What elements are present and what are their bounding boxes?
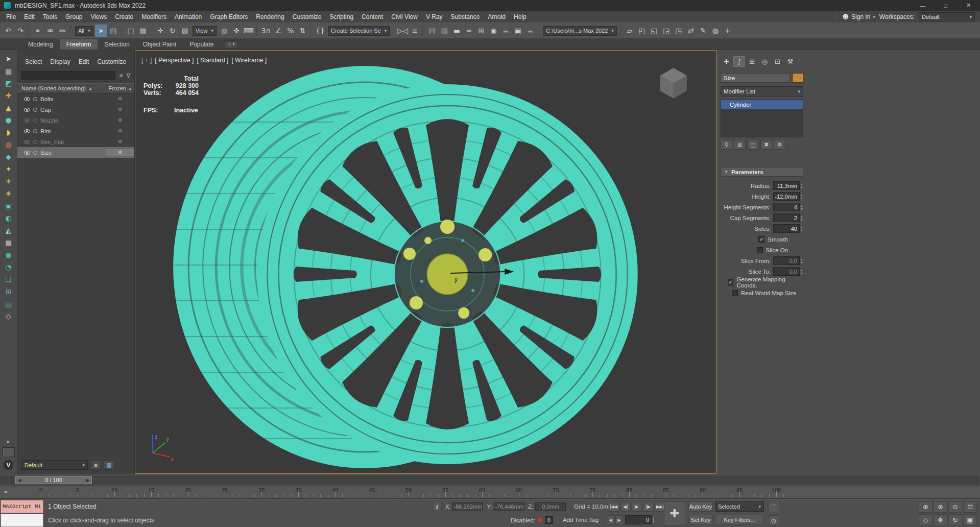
time-slider-handle[interactable]: ◀ 0 / 100 ▶ <box>15 476 92 484</box>
smooth-checkbox[interactable] <box>758 236 764 243</box>
tab-create[interactable]: ✚ <box>721 56 732 67</box>
previous-key-icon[interactable]: ◀ <box>607 515 614 524</box>
scene-object-row-size[interactable]: Size ❄ <box>17 147 134 158</box>
slice-on-checkbox[interactable] <box>757 247 763 253</box>
next-key-icon[interactable]: ▶ <box>615 515 623 524</box>
frozen-toggle-icon[interactable]: ❄ <box>106 128 134 134</box>
time-slider-track[interactable] <box>1 476 979 484</box>
spinner-snap-toggle-icon[interactable]: ⇅ <box>297 25 309 37</box>
left-toolbar-icon[interactable]: ▲ <box>3 102 15 113</box>
select-and-move-icon[interactable]: ✛ <box>154 25 166 37</box>
bind-to-space-warp-icon[interactable]: ⚯ <box>56 25 68 37</box>
current-frame-field[interactable]: 0 <box>625 515 652 524</box>
play-button[interactable]: ▶ <box>632 502 642 512</box>
orbit-icon[interactable]: ↻ <box>948 514 962 526</box>
clear-search-icon[interactable]: ✕ <box>118 73 123 79</box>
height-spinner[interactable]: ▴▾ <box>801 194 802 200</box>
mini-curve-editor-icon[interactable]: ≈ <box>4 488 8 495</box>
visibility-eye-icon[interactable] <box>24 118 30 123</box>
select-by-name-icon[interactable]: ▤ <box>107 25 119 37</box>
viewport-menu-plus[interactable]: [ + ] <box>141 57 152 64</box>
x-coordinate-field[interactable]: -66,293mm <box>452 502 483 511</box>
explorer-menu-edit[interactable]: Edit <box>75 57 93 66</box>
slice-from-spinner[interactable]: ▴▾ <box>801 258 802 264</box>
toggle-containers-icon[interactable]: ▱ <box>624 25 636 37</box>
explorer-search-input[interactable] <box>21 71 115 80</box>
generate-mapping-coords-checkbox[interactable] <box>728 279 733 285</box>
select-and-scale-icon[interactable]: ▧ <box>179 25 191 37</box>
tab-populate[interactable]: Populate <box>183 39 220 50</box>
left-toolbar-icon[interactable]: ◩ <box>3 78 15 88</box>
unlink-selection-icon[interactable]: ⚮ <box>44 25 56 37</box>
sign-in-button[interactable]: ☻ Sign In ▾ <box>836 13 875 20</box>
menu-arnold[interactable]: Arnold <box>484 12 510 21</box>
slice-to-spinner[interactable]: ▴▾ <box>801 269 802 275</box>
tab-motion[interactable]: ◎ <box>759 56 771 67</box>
scene-object-row-rim[interactable]: Rim ❄ <box>17 126 134 136</box>
show-end-result-icon[interactable]: ≣ <box>734 140 746 150</box>
pin-stack-icon[interactable]: ⚲ <box>721 140 732 150</box>
menu-customize[interactable]: Customize <box>289 12 326 21</box>
render-production-icon[interactable]: ☕ <box>524 25 536 37</box>
vray-logo-icon[interactable]: V <box>4 460 13 470</box>
scene-object-row-cap[interactable]: Cap ❄ <box>17 104 134 115</box>
visibility-eye-icon[interactable] <box>24 129 30 133</box>
menu-file[interactable]: File <box>2 12 20 21</box>
frozen-toggle-icon[interactable]: ❄ <box>106 149 134 156</box>
left-toolbar-icon[interactable]: ◔ <box>3 261 15 272</box>
workspace-dropdown[interactable]: Default ▾ <box>919 12 975 21</box>
frozen-toggle-icon[interactable]: ❄ <box>106 117 134 124</box>
viewport-layout-tab[interactable] <box>3 447 15 457</box>
z-coordinate-field[interactable]: 0,0mm <box>535 502 566 511</box>
maxscript-listener-line[interactable] <box>1 514 43 527</box>
modifier-list-dropdown[interactable]: Modifier List ▾ <box>721 86 803 97</box>
radius-field[interactable]: 11,3mm <box>773 181 800 190</box>
selection-lock-icon[interactable]: ⚷ <box>432 502 442 511</box>
height-segments-field[interactable]: 4 <box>773 203 800 211</box>
explorer-menu-customize[interactable]: Customize <box>93 57 130 66</box>
viewport-shading-label[interactable]: [ Wireframe ] <box>231 57 267 64</box>
left-toolbar-icon[interactable]: ◗ <box>3 127 15 137</box>
set-keys-button[interactable]: ✚ <box>664 501 685 525</box>
zoom-region-icon[interactable]: ⊡ <box>963 501 977 513</box>
maximize-button[interactable]: □ <box>934 0 957 11</box>
menu-content[interactable]: Content <box>357 12 387 21</box>
left-toolbar-icon[interactable]: ⊞ <box>3 286 15 297</box>
previous-frame-nub[interactable]: ◀ <box>18 478 21 483</box>
make-unique-icon[interactable]: ◫ <box>747 140 759 150</box>
time-configuration-icon[interactable]: ◷ <box>768 515 779 525</box>
viewport-canvas[interactable]: y z x y <box>135 51 716 473</box>
perspective-viewport[interactable]: y z x y <box>135 50 716 474</box>
menu-views[interactable]: Views <box>86 12 111 21</box>
slice-to-field[interactable]: 0,0 <box>773 267 800 276</box>
scene-object-row-rim-flat[interactable]: Rim_Flat ❄ <box>17 136 134 147</box>
selection-filter-dropdown[interactable]: All <box>74 26 95 36</box>
object-name-field[interactable]: Size <box>721 73 790 83</box>
left-toolbar-icon[interactable]: ◆ <box>3 151 15 162</box>
left-toolbar-icon[interactable]: ▦ <box>3 65 15 76</box>
left-toolbar-icon[interactable]: ✚ <box>3 90 15 101</box>
object-color-swatch[interactable] <box>792 73 803 83</box>
left-toolbar-select-icon[interactable]: ➤ <box>3 53 15 64</box>
menu-group[interactable]: Group <box>61 12 86 21</box>
visibility-eye-icon[interactable] <box>24 140 30 144</box>
cap-segments-field[interactable]: 2 <box>773 213 800 222</box>
sides-field[interactable]: 40 <box>773 224 800 233</box>
left-toolbar-icon[interactable]: ◭ <box>3 225 15 235</box>
viewport-standard-label[interactable]: [ Standard ] <box>197 57 228 64</box>
visibility-eye-icon[interactable] <box>24 151 30 155</box>
left-toolbar-icon[interactable]: ❏ <box>3 274 15 284</box>
tab-modify[interactable]: ∫ <box>733 56 745 67</box>
visibility-eye-icon[interactable] <box>24 108 30 112</box>
height-field[interactable]: -12,0mm <box>773 192 800 201</box>
frozen-toggle-icon[interactable]: ❄ <box>106 138 134 145</box>
next-frame-nub[interactable]: ▶ <box>86 478 89 483</box>
scene-object-row-nozzle[interactable]: Nozzle ❄ <box>17 115 134 126</box>
menu-animation[interactable]: Animation <box>171 12 206 21</box>
add-custom-toolbar-icon[interactable]: + <box>722 25 734 37</box>
undo-icon[interactable]: ↶ <box>2 25 14 37</box>
window-crossing-toggle-icon[interactable]: ▦ <box>137 25 149 37</box>
mirror-icon[interactable]: ▷◁ <box>396 25 409 37</box>
key-filters-button[interactable]: Key Filters... <box>715 515 764 525</box>
keyboard-shortcut-override-icon[interactable]: ⌨ <box>243 25 255 37</box>
